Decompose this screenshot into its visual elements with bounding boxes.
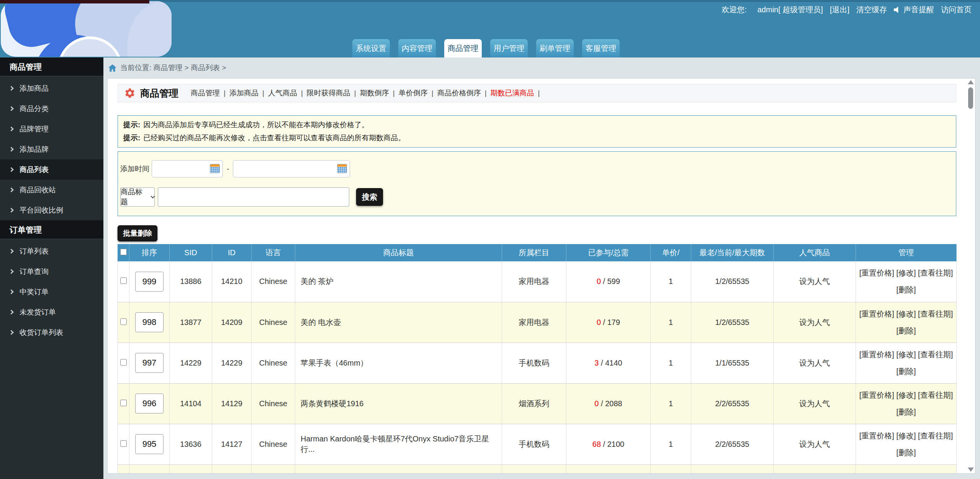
- search-field-selected-value: 商品标题: [121, 187, 148, 207]
- popular-cell: 设为人气: [774, 383, 856, 424]
- sidebar-item-商品分类[interactable]: 商品分类: [0, 98, 103, 119]
- scroll-down-arrow[interactable]: [968, 468, 974, 472]
- title-cell: 两条黄鹤楼硬1916: [295, 383, 502, 424]
- vertical-scrollbar[interactable]: [967, 80, 974, 472]
- action-links-row1[interactable]: [重置价格] [修改] [查看往期]: [856, 430, 956, 442]
- batch-delete-button[interactable]: 批量删除: [118, 225, 157, 241]
- set-popular-link[interactable]: 设为人气: [799, 440, 830, 448]
- visit-home-link[interactable]: 访问首页: [941, 5, 972, 15]
- sort-input[interactable]: 995: [135, 434, 164, 454]
- sidebar-item-添加商品[interactable]: 添加商品: [0, 78, 103, 98]
- tab-客服管理[interactable]: 客服管理: [582, 39, 620, 57]
- sidebar-item-订单查询[interactable]: 订单查询: [0, 261, 103, 282]
- sort-cell: [129, 464, 170, 474]
- periods-cell: 1/1/65535: [691, 343, 774, 383]
- sort-input[interactable]: 996: [135, 394, 164, 413]
- tab-用户管理[interactable]: 用户管理: [490, 39, 528, 57]
- manage-cell: [重置价格] [修改] [查看往期][删除]: [856, 424, 957, 464]
- select-all-checkbox[interactable]: [120, 249, 127, 255]
- action-links-row1[interactable]: [重置价格] [修改] [查看往期]: [856, 267, 956, 279]
- header-link-期数倒序[interactable]: 期数倒序: [360, 88, 389, 98]
- date-from-input[interactable]: [152, 160, 223, 177]
- header-link-商品价格倒序[interactable]: 商品价格倒序: [437, 88, 481, 98]
- header-link-人气商品[interactable]: 人气商品: [268, 88, 297, 98]
- joined-count: 0: [594, 399, 599, 408]
- title-cell: [295, 464, 502, 474]
- total-needed: / 599: [601, 277, 620, 285]
- manage-cell: [重置价格] [修改] [查看往期][删除]: [856, 383, 957, 424]
- language-cell: Chinese: [252, 343, 295, 383]
- top-header: 欢迎您: admin[ 超级管理员] [退出] 清空缓存 声音提醒 访问首页 系…: [0, 0, 980, 57]
- delete-link[interactable]: [删除]: [856, 366, 956, 377]
- sort-input[interactable]: 997: [135, 353, 164, 373]
- action-links-row1[interactable]: [重置价格] [修改] [查看往期]: [856, 349, 956, 361]
- link-separator: |: [301, 89, 303, 97]
- row-checkbox[interactable]: [120, 318, 127, 325]
- tab-系统设置[interactable]: 系统设置: [352, 39, 390, 57]
- sidebar-item-未发货订单[interactable]: 未发货订单: [0, 302, 103, 322]
- delete-link[interactable]: [删除]: [856, 325, 956, 337]
- row-checkbox[interactable]: [120, 440, 127, 447]
- row-checkbox[interactable]: [120, 359, 127, 366]
- category-cell: 家用电器: [502, 302, 566, 343]
- popular-cell: 设为人气: [774, 261, 856, 302]
- sidebar-item-商品回收站[interactable]: 商品回收站: [0, 180, 103, 200]
- id-cell: 14129: [212, 383, 252, 424]
- calendar-icon[interactable]: [210, 164, 220, 173]
- row-checkbox[interactable]: [120, 277, 127, 284]
- sort-input[interactable]: 998: [135, 312, 164, 332]
- header-link-商品管理[interactable]: 商品管理: [191, 88, 220, 98]
- action-links-row1[interactable]: [重置价格] [修改] [查看往期]: [856, 308, 956, 320]
- sidebar-item-label: 中奖订单: [20, 287, 49, 297]
- sidebar-item-品牌管理[interactable]: 品牌管理: [0, 119, 103, 139]
- price-cell: [651, 464, 691, 474]
- clear-cache-link[interactable]: 清空缓存: [856, 5, 887, 15]
- header-link-单价倒序[interactable]: 单价倒序: [399, 88, 428, 98]
- sidebar-item-订单列表[interactable]: 订单列表: [0, 241, 103, 261]
- sidebar-item-添加品牌[interactable]: 添加品牌: [0, 139, 103, 159]
- manage-cell: [重置价格] [修改] [查看往期]: [856, 464, 957, 474]
- sidebar-item-商品列表[interactable]: 商品列表: [0, 159, 103, 180]
- sidebar-item-收货订单列表[interactable]: 收货订单列表: [0, 322, 103, 343]
- select-all-header-cell: [118, 244, 129, 261]
- scrollbar-thumb[interactable]: [968, 87, 973, 109]
- sidebar-item-中奖订单[interactable]: 中奖订单: [0, 282, 103, 302]
- set-popular-link[interactable]: 设为人气: [799, 399, 830, 408]
- delete-link[interactable]: [删除]: [856, 406, 956, 418]
- search-keyword-input[interactable]: [158, 187, 349, 207]
- row-checkbox[interactable]: [120, 400, 127, 406]
- set-popular-link[interactable]: 设为人气: [799, 359, 830, 367]
- sort-input[interactable]: 999: [135, 272, 164, 292]
- set-popular-link[interactable]: 设为人气: [799, 277, 830, 285]
- header-link-限时获得商品[interactable]: 限时获得商品: [307, 88, 350, 98]
- set-popular-link[interactable]: 设为人气: [799, 318, 830, 326]
- username: admin[ 超级管理员]: [757, 5, 823, 15]
- sidebar-item-label: 收货订单列表: [20, 328, 63, 338]
- main-area: 当前位置: 商品管理 > 商品列表 > 商品管理 商品管理|添加商品|人气商品|…: [103, 57, 980, 479]
- table-row: 9961410414129Chinese两条黄鹤楼硬1916烟酒系列0 / 20…: [118, 383, 957, 424]
- category-cell: 手机数码: [502, 343, 566, 383]
- header-link-添加商品[interactable]: 添加商品: [229, 88, 258, 98]
- periods-cell: 2/2/65535: [691, 424, 774, 464]
- search-button[interactable]: 搜索: [356, 188, 383, 206]
- header-link-期数已满商品[interactable]: 期数已满商品: [491, 88, 534, 98]
- sidebar-section-title: 商品管理: [0, 57, 103, 76]
- link-separator: |: [485, 89, 487, 97]
- scroll-up-arrow[interactable]: [968, 80, 974, 84]
- breadcrumb: 当前位置: 商品管理 > 商品列表 >: [103, 57, 980, 78]
- action-links-row1[interactable]: [重置价格] [修改] [查看往期]: [856, 389, 956, 401]
- sound-reminder-link[interactable]: 声音提醒: [903, 5, 934, 15]
- search-field-select[interactable]: 商品标题: [120, 187, 155, 207]
- date-to-input[interactable]: [233, 160, 350, 177]
- id-cell: 14127: [212, 424, 252, 464]
- table-row: 9951363614127ChineseHarman Kardon哈曼卡顿星环7…: [118, 424, 957, 464]
- tab-内容管理[interactable]: 内容管理: [398, 39, 436, 57]
- tip-text: 因为商品添加后专享码已经生成成功，所以不能在本期内修改价格了。: [143, 121, 369, 129]
- tab-商品管理[interactable]: 商品管理: [444, 39, 482, 57]
- delete-link[interactable]: [删除]: [856, 284, 956, 296]
- delete-link[interactable]: [删除]: [856, 447, 956, 459]
- logout-link[interactable]: [退出]: [830, 5, 849, 15]
- calendar-icon[interactable]: [337, 164, 347, 173]
- tab-刷单管理[interactable]: 刷单管理: [536, 39, 574, 57]
- sidebar-item-平台回收比例[interactable]: 平台回收比例: [0, 200, 103, 220]
